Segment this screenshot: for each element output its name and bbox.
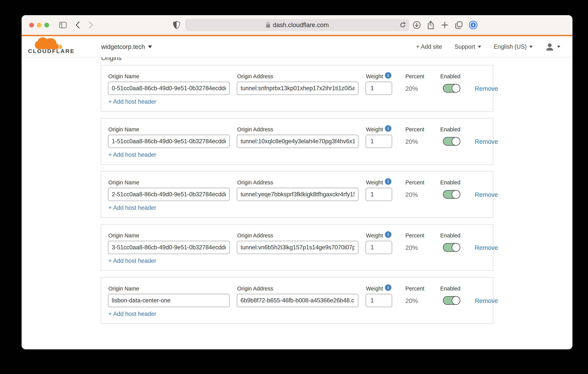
origin-address-input[interactable]: [237, 188, 358, 201]
percent-value: 20%: [405, 297, 418, 304]
lock-icon: [266, 22, 271, 28]
account-menu[interactable]: [545, 42, 560, 51]
close-window-button[interactable]: [29, 23, 34, 27]
origin-card: Origin Name Origin Address Weight i Perc…: [101, 277, 493, 324]
section-title-wrapper: Origins: [101, 57, 158, 62]
origin-name-input[interactable]: [108, 135, 230, 148]
toggle-knob: [452, 137, 460, 146]
add-host-header-link[interactable]: + Add host header: [108, 98, 156, 105]
origin-address-input[interactable]: [237, 241, 358, 254]
origin-card: Origin Name Origin Address Weight i Perc…: [101, 65, 493, 112]
weight-input[interactable]: [366, 241, 392, 254]
weight-input[interactable]: [366, 294, 392, 307]
weight-info-icon[interactable]: i: [385, 72, 391, 79]
reload-icon[interactable]: [399, 21, 406, 28]
enabled-label: Enabled: [440, 126, 460, 133]
chevron-down-icon: [478, 46, 481, 48]
minimize-window-button[interactable]: [37, 23, 42, 27]
language-menu[interactable]: English (US): [494, 43, 533, 50]
share-icon[interactable]: [426, 15, 435, 35]
browser-window: dash.cloudflare.com CLOUDFLARE: [21, 15, 572, 349]
weight-info-icon[interactable]: i: [385, 178, 391, 185]
origin-name-label: Origin Name: [108, 179, 139, 186]
origin-card: Origin Name Origin Address Weight i Perc…: [101, 118, 493, 165]
enabled-toggle[interactable]: [443, 296, 460, 305]
percent-label: Percent: [405, 73, 424, 80]
weight-label: Weight: [366, 233, 383, 239]
downloads-icon[interactable]: [412, 15, 421, 35]
add-host-header-link[interactable]: + Add host header: [108, 204, 156, 211]
weight-input[interactable]: [366, 188, 392, 201]
avatar-icon: [545, 42, 554, 51]
toggle-knob: [452, 84, 460, 93]
weight-info-icon[interactable]: i: [385, 231, 391, 238]
origin-name-label: Origin Name: [108, 286, 139, 292]
enabled-toggle[interactable]: [443, 84, 460, 93]
origin-name-input[interactable]: [108, 188, 230, 201]
chevron-down-icon: [148, 45, 152, 48]
origin-name-label: Origin Name: [108, 126, 139, 133]
zoom-window-button[interactable]: [44, 23, 49, 27]
url-text: dash.cloudflare.com: [273, 21, 329, 29]
remove-origin-link[interactable]: Remove: [475, 85, 498, 92]
enabled-label: Enabled: [440, 286, 460, 292]
percent-value: 20%: [405, 85, 418, 92]
language-label: English (US): [494, 43, 527, 50]
percent-value: 20%: [405, 244, 418, 251]
remove-origin-link[interactable]: Remove: [475, 297, 498, 304]
weight-label: Weight: [366, 126, 383, 133]
weight-input[interactable]: [366, 82, 392, 95]
origin-card: Origin Name Origin Address Weight i Perc…: [101, 171, 493, 218]
origin-name-input[interactable]: [108, 294, 230, 307]
zone-selector[interactable]: widgetcorp.tech: [101, 36, 152, 57]
toggle-knob: [452, 190, 460, 199]
support-label: Support: [454, 43, 475, 50]
weight-input[interactable]: [366, 135, 392, 148]
add-host-header-link[interactable]: + Add host header: [108, 310, 156, 317]
origin-address-input[interactable]: [237, 294, 358, 307]
page-title: Origins: [101, 57, 158, 62]
weight-info-icon[interactable]: i: [385, 125, 391, 132]
support-menu[interactable]: Support: [454, 43, 481, 50]
remove-origin-link[interactable]: Remove: [475, 191, 498, 198]
back-icon[interactable]: [74, 15, 82, 35]
add-site-label: + Add site: [416, 43, 442, 50]
origin-name-input[interactable]: [108, 82, 230, 95]
origin-address-input[interactable]: [237, 135, 358, 148]
add-host-header-link[interactable]: + Add host header: [108, 151, 156, 158]
onepassword-extension-icon[interactable]: [469, 15, 478, 35]
remove-origin-link[interactable]: Remove: [475, 244, 498, 251]
new-tab-icon[interactable]: [440, 15, 449, 35]
enabled-toggle[interactable]: [443, 190, 460, 199]
chevron-down-icon: [557, 46, 560, 48]
cloudflare-logo: CLOUDFLARE: [28, 37, 72, 54]
percent-label: Percent: [405, 126, 424, 133]
header-actions: + Add site Support English (US): [416, 36, 560, 57]
weight-info-icon[interactable]: i: [385, 284, 391, 291]
enabled-label: Enabled: [440, 179, 460, 186]
origin-name-input[interactable]: [108, 241, 230, 254]
origin-name-label: Origin Name: [108, 73, 139, 80]
add-host-header-link[interactable]: + Add host header: [108, 257, 156, 264]
weight-label: Weight: [366, 286, 383, 292]
add-site-button[interactable]: + Add site: [416, 43, 442, 50]
address-bar[interactable]: dash.cloudflare.com: [185, 19, 409, 31]
enabled-toggle[interactable]: [443, 137, 460, 146]
cloudflare-wordmark: CLOUDFLARE: [28, 48, 72, 54]
toggle-knob: [452, 296, 460, 305]
percent-label: Percent: [405, 286, 424, 292]
chevron-down-icon: [529, 46, 533, 48]
forward-icon[interactable]: [87, 15, 95, 35]
remove-origin-link[interactable]: Remove: [475, 138, 498, 145]
sidebar-toggle-icon[interactable]: [59, 15, 67, 35]
zone-name: widgetcorp.tech: [101, 43, 145, 50]
origin-address-input[interactable]: [237, 82, 358, 95]
origins-section: Origins Origin Name Origin Address Weigh…: [21, 57, 572, 349]
privacy-shield-icon[interactable]: [172, 15, 181, 35]
enabled-label: Enabled: [440, 233, 460, 239]
origin-card: Origin Name Origin Address Weight i Perc…: [101, 224, 493, 271]
tab-overview-icon[interactable]: [454, 15, 463, 35]
browser-chrome: dash.cloudflare.com: [21, 15, 572, 35]
origin-address-label: Origin Address: [237, 126, 273, 133]
enabled-toggle[interactable]: [443, 243, 460, 252]
